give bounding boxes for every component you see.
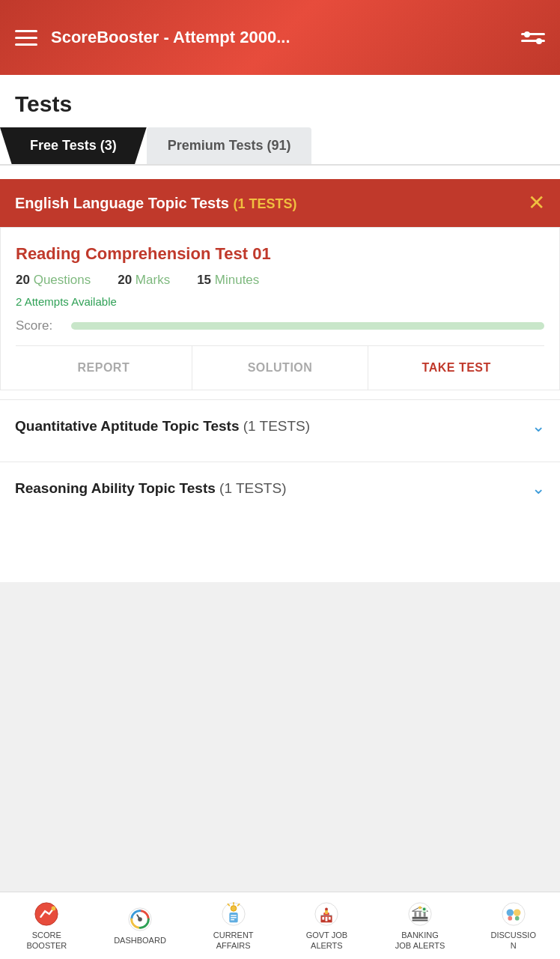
reasoning-header[interactable]: Reasoning Ability Topic Tests (1 TESTS) …	[0, 462, 560, 515]
svg-point-39	[515, 916, 520, 921]
test-meta: 20 Questions 20 Marks 15 Minutes	[16, 273, 544, 288]
test-questions: 20 Questions	[16, 273, 91, 288]
solution-button[interactable]: SOLUTION	[192, 346, 369, 390]
nav-item-banking-job-alerts[interactable]: BANKINGJOB ALERTS	[374, 892, 467, 959]
test-actions: REPORT SOLUTION TAKE TEST	[16, 345, 544, 390]
current-affairs-label: CURRENTAFFAIRS	[213, 931, 254, 950]
page-title: Tests	[0, 75, 560, 127]
filter-icon[interactable]	[521, 33, 545, 42]
quantitative-chevron-icon: ⌄	[532, 417, 545, 436]
score-row: Score:	[16, 318, 544, 333]
svg-rect-31	[424, 912, 426, 917]
banking-icon	[407, 901, 433, 928]
quantitative-title: Quantitative Aptitude Topic Tests (1 TES…	[15, 418, 310, 435]
score-bar-bg	[71, 322, 544, 330]
svg-point-0	[35, 903, 58, 925]
test-minutes: 15 Minutes	[197, 273, 259, 288]
take-test-button[interactable]: TAKE TEST	[368, 346, 544, 390]
svg-rect-25	[413, 920, 428, 922]
report-button[interactable]: REPORT	[16, 346, 192, 390]
header: ScoreBooster - Attempt 2000...	[0, 0, 560, 75]
hamburger-menu[interactable]	[15, 30, 37, 46]
svg-rect-19	[329, 917, 331, 920]
nav-item-current-affairs[interactable]: CURRENTAFFAIRS	[186, 892, 280, 959]
svg-point-1	[52, 907, 56, 911]
svg-point-37	[514, 910, 520, 916]
svg-point-22	[325, 908, 328, 911]
discussion-label: DISCUSSION	[490, 931, 536, 950]
nav-item-dashboard[interactable]: DASHBOARD	[94, 892, 187, 959]
reasoning-chevron-icon: ⌄	[532, 479, 545, 498]
header-title: ScoreBooster - Attempt 2000...	[51, 28, 290, 47]
discussion-icon	[500, 901, 527, 928]
svg-rect-30	[419, 912, 421, 917]
tabs-container: Free Tests (3) Premium Tests (91)	[0, 127, 560, 166]
govt-job-label: GOVT JOBALERTS	[306, 931, 347, 950]
svg-point-35	[502, 903, 525, 925]
svg-rect-24	[413, 917, 428, 919]
tab-free-tests[interactable]: Free Tests (3)	[0, 127, 147, 164]
score-label: Score:	[16, 318, 61, 333]
filter-line-2	[521, 40, 545, 42]
svg-rect-20	[326, 917, 328, 922]
bottom-nav: SCOREBOOSTER DASHBOARD	[0, 892, 560, 959]
test-card: Reading Comprehension Test 01 20 Questio…	[0, 227, 560, 390]
reasoning-section: Reasoning Ability Topic Tests (1 TESTS) …	[0, 462, 560, 515]
score-booster-label: SCOREBOOSTER	[26, 931, 67, 950]
reasoning-title: Reasoning Ability Topic Tests (1 TESTS)	[15, 480, 286, 497]
english-section-close[interactable]: ✕	[528, 193, 545, 214]
banking-job-label: BANKINGJOB ALERTS	[395, 931, 445, 950]
dashboard-icon	[127, 906, 153, 933]
svg-line-8	[237, 904, 239, 906]
current-affairs-icon	[220, 901, 247, 928]
tab-premium-tests[interactable]: Premium Tests (91)	[147, 127, 312, 164]
svg-line-9	[228, 904, 229, 906]
test-card-title: Reading Comprehension Test 01	[16, 244, 544, 264]
dashboard-label: DASHBOARD	[114, 936, 166, 946]
score-booster-icon	[33, 901, 60, 928]
nav-item-govt-job-alerts[interactable]: GOVT JOBALERTS	[280, 892, 374, 959]
svg-point-34	[423, 908, 426, 911]
test-marks: 20 Marks	[118, 273, 170, 288]
filter-line-1	[521, 33, 545, 35]
quantitative-section: Quantitative Aptitude Topic Tests (1 TES…	[0, 399, 560, 453]
govt-job-icon	[313, 901, 340, 928]
nav-item-score-booster[interactable]: SCOREBOOSTER	[0, 892, 94, 959]
svg-rect-18	[323, 917, 325, 920]
svg-point-36	[506, 910, 513, 916]
english-section-header: English Language Topic Tests (1 TESTS) ✕	[0, 179, 560, 227]
attempts-available: 2 Attempts Available	[16, 295, 544, 308]
header-left: ScoreBooster - Attempt 2000...	[15, 28, 290, 47]
english-section-title: English Language Topic Tests (1 TESTS)	[15, 195, 297, 212]
nav-item-discussion[interactable]: DISCUSSION	[466, 892, 560, 959]
page-content: Tests Free Tests (3) Premium Tests (91) …	[0, 75, 560, 582]
svg-point-38	[508, 916, 512, 921]
svg-point-32	[419, 907, 421, 910]
quantitative-header[interactable]: Quantitative Aptitude Topic Tests (1 TES…	[0, 400, 560, 453]
svg-point-6	[231, 906, 237, 912]
svg-rect-29	[414, 912, 416, 917]
